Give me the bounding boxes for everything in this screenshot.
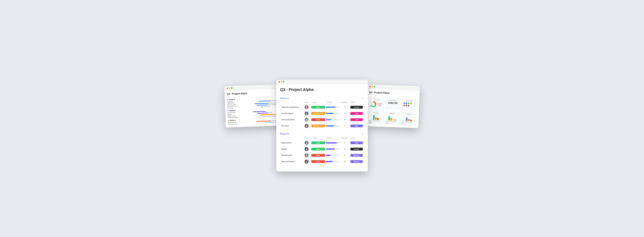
dashboard-title: Q3 - Project Alpha: [369, 91, 390, 94]
dashboard-content: Q3 - Project Alpha ··· Tasks at risk: [366, 89, 420, 128]
team-avatar: [408, 102, 410, 104]
phase-b-add-button[interactable]: +: [361, 132, 364, 135]
svg-point-8: [306, 142, 307, 143]
maximize-dot[interactable]: [231, 87, 232, 89]
legend-item: Stuck: [402, 123, 405, 124]
phase-b-header: Phase B +: [280, 132, 364, 135]
estimation-value: 6: [340, 106, 350, 108]
close-dot[interactable]: [226, 88, 228, 89]
legend-item: Done: [402, 121, 405, 122]
timeline-bar: [326, 161, 340, 162]
task-row: End phase Working on it 2 High: [280, 123, 364, 129]
gantt-window: Q3 - Project Alpha ··· Phase A High-leve…: [224, 84, 284, 127]
task-name: Risks assessment: [281, 119, 302, 121]
close-dot[interactable]: [278, 81, 280, 83]
avatar: [304, 124, 308, 128]
status-badge[interactable]: Working on it: [311, 125, 325, 127]
main-window: Q3 - Project Alpha ··· Phase A + Owner S…: [276, 80, 368, 171]
task-row: High-level requirements Done 6 Crit: [280, 104, 364, 110]
team-avatar: [408, 105, 410, 107]
timeline-bar: [326, 113, 340, 114]
legend-item: Done: [369, 120, 372, 121]
task-name: Success criteria: [281, 112, 302, 114]
close-dot[interactable]: [369, 86, 370, 87]
priority-badge[interactable]: High: [350, 141, 363, 144]
donut-chart: [370, 101, 376, 107]
task-row: Success criteria Working on it 9 Lo: [280, 110, 364, 117]
priority-badge[interactable]: Medium: [350, 160, 363, 163]
priority-badge[interactable]: High: [350, 125, 363, 127]
bar-stuck: [410, 120, 412, 121]
avatar: [304, 118, 308, 122]
phase-b-title: Phase B: [280, 133, 289, 135]
status-badge[interactable]: Done: [311, 141, 325, 144]
priority-badge[interactable]: Low: [350, 118, 363, 121]
svg-point-14: [306, 161, 307, 162]
minimize-dot[interactable]: [229, 87, 230, 89]
priority-badge[interactable]: Low: [350, 112, 363, 115]
phase-a-chart: Phase A Done Working on it: [368, 111, 384, 125]
svg-point-4: [306, 119, 307, 120]
avatar: [304, 141, 308, 145]
status-badge[interactable]: Done: [311, 148, 325, 150]
status-badge[interactable]: Done: [311, 106, 325, 109]
priority-badge[interactable]: Critical: [350, 106, 363, 109]
status-badge[interactable]: Stuck: [311, 160, 325, 163]
phase-a-bar-chart: [369, 114, 382, 120]
timeline-bar: [326, 119, 340, 120]
estimation-value: 12: [340, 161, 350, 162]
avatar: [304, 105, 308, 109]
legend-dot-working: [406, 122, 407, 122]
timeline-bar: [326, 155, 340, 156]
minimize-dot[interactable]: [372, 86, 373, 87]
svg-point-3: [306, 114, 307, 115]
task-name: End phase: [281, 125, 302, 127]
phase-a-section: Phase A + Owner Status Timeline Estimati…: [280, 97, 364, 129]
timeline-bar: [326, 125, 340, 127]
phase-b-legend: Done Working on it Duck: [386, 121, 399, 124]
svg-point-6: [306, 125, 307, 126]
maximize-dot[interactable]: [374, 86, 375, 87]
priority-badge[interactable]: Medium: [350, 154, 363, 157]
status-badge[interactable]: Stuck: [311, 154, 325, 157]
legend-dot-duck: [386, 123, 386, 123]
legend-dot-stuck: [402, 123, 402, 124]
dashboard-window: Q3 - Project Alpha ··· Tasks at risk: [366, 84, 420, 128]
dashboard-menu-dots[interactable]: ···: [415, 93, 417, 96]
status-badge[interactable]: Stuck: [311, 118, 325, 121]
bar-duck: [392, 119, 394, 120]
task-name: High-level requirements: [281, 106, 302, 108]
bar-done: [406, 117, 408, 121]
phase-a-col-headers: Owner Status Timeline Estimation Priorit…: [280, 102, 364, 104]
task-row: Marketing plan Stuck 9 Medium: [280, 152, 364, 158]
svg-point-9: [306, 143, 307, 144]
dashboard-widgets: Tasks at risk At risk 33%: [368, 97, 417, 110]
priority-badge[interactable]: Critical: [350, 148, 363, 150]
legend-item: Working on it: [373, 120, 380, 122]
minimize-dot[interactable]: [281, 81, 282, 83]
team-avatar: [410, 102, 412, 104]
tasks-at-risk-label: Tasks at risk: [370, 99, 383, 101]
maximize-dot[interactable]: [283, 81, 284, 83]
task-name: Requirements: [281, 142, 302, 144]
main-title: Q3 - Project Alpha: [280, 87, 314, 92]
bar-working: [408, 119, 410, 121]
phase-a-title: Phase A: [280, 97, 289, 100]
legend-item: Duck: [386, 123, 389, 124]
phase-charts: Phase A Done Working on it: [368, 111, 416, 126]
legend-item: Working on it: [390, 121, 396, 122]
phase-b-col-headers: Owner Status Timeline Estimation Priorit…: [280, 137, 364, 140]
legend-dot-working: [390, 121, 390, 122]
timeline-bar: [326, 107, 340, 108]
legend-dot-stuck: [369, 122, 370, 123]
team-avatars: [403, 102, 416, 107]
main-menu-dots[interactable]: ···: [362, 89, 364, 93]
phase-a-legend: Done Working on it Stuck: [369, 120, 382, 123]
status-badge[interactable]: Working on it: [311, 112, 325, 115]
phase-a-add-button[interactable]: +: [361, 97, 364, 100]
gantt-content: Q3 - Project Alpha ··· Phase A High-leve…: [224, 89, 284, 127]
bar-done: [373, 115, 374, 120]
team-avatar: [403, 102, 405, 104]
budget-label: Current Budget: [387, 99, 399, 101]
team-tasks-label: Team tasks: [403, 100, 416, 102]
